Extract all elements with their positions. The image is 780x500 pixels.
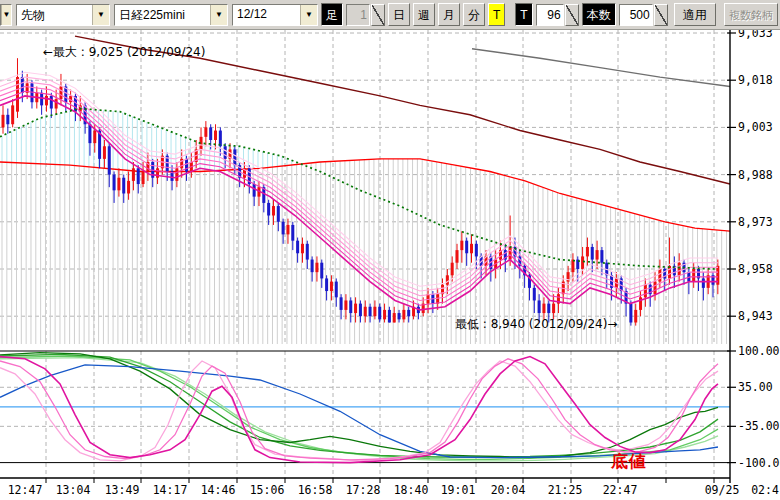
- green-ma-layer: [0, 109, 715, 270]
- bar-count-spinner[interactable]: [654, 4, 668, 26]
- time-axis-label: 14:17: [153, 483, 188, 497]
- price-axis-label: 9,003: [738, 120, 773, 134]
- axes-layer: 9,0339,0189,0038,9888,9738,9588,943100.0…: [0, 26, 780, 497]
- tick-count-field[interactable]: 96: [536, 4, 564, 26]
- apply-button[interactable]: 適用: [674, 3, 716, 26]
- oscillator-series-blue: [0, 365, 718, 458]
- max-price-annotation: ←最大 : 9,025 (2012/09/24): [43, 44, 205, 61]
- ashi-interval-field: 1: [346, 4, 370, 26]
- price-chart-canvas[interactable]: 9,0339,0189,0038,9888,9738,9588,943100.0…: [0, 0, 780, 500]
- symbol-select[interactable]: 日経225mini ▼: [114, 4, 228, 26]
- time-axis-label: 12:47: [8, 483, 43, 497]
- price-axis-label: 9,018: [738, 73, 773, 87]
- time-axis-label: 20:04: [491, 483, 526, 497]
- oscillator-series-green-pale: [0, 358, 718, 461]
- price-axis-label: 8,973: [738, 215, 773, 229]
- price-axis-label: 8,988: [738, 168, 773, 182]
- oscillator-series-green-light: [0, 356, 718, 459]
- time-axis-label: 18:40: [394, 483, 429, 497]
- time-axis-label: 13:04: [56, 483, 91, 497]
- time-axis-label: 13:49: [105, 483, 140, 497]
- oscillator-axis-label: -35.00: [738, 419, 780, 433]
- minute-period-button[interactable]: 分: [463, 3, 485, 26]
- chevron-down-icon[interactable]: ▼: [210, 5, 227, 25]
- bar-count-button[interactable]: 本数: [582, 3, 616, 26]
- oscillator-axis-label: -100.00: [738, 456, 780, 470]
- price-axis-label: 8,958: [738, 262, 773, 276]
- oscillator-layer: [0, 351, 730, 463]
- instrument-type-value: 先物: [17, 5, 92, 25]
- time-axis-label: 14:46: [201, 483, 236, 497]
- day-period-button[interactable]: 日: [388, 3, 410, 26]
- time-axis-label: 02:4: [751, 483, 779, 497]
- tick-period-button[interactable]: T: [488, 3, 505, 26]
- ashi-mode-button[interactable]: 足: [321, 3, 343, 26]
- month-period-button[interactable]: 月: [438, 3, 460, 26]
- bar-count-field[interactable]: 500: [619, 4, 653, 26]
- contract-month-value: 12/12: [233, 5, 300, 25]
- time-axis-label: 19:01: [441, 483, 476, 497]
- tick-count-spinner[interactable]: [565, 4, 579, 26]
- chevron-down-icon[interactable]: ▼: [1, 5, 11, 25]
- time-axis-label: 09/25: [705, 483, 740, 497]
- time-axis-label: 22:47: [603, 483, 638, 497]
- tick-count-button[interactable]: T: [515, 3, 532, 26]
- ashi-interval-spinner[interactable]: [371, 4, 385, 26]
- chart-app-window: ▼ 先物 ▼ 日経225mini ▼ 12/12 ▼ 足 1 日 週 月 分 T…: [0, 0, 780, 500]
- multi-symbol-button[interactable]: 複数銘柄: [724, 3, 778, 26]
- week-period-button[interactable]: 週: [413, 3, 435, 26]
- chevron-down-icon[interactable]: ▼: [300, 5, 317, 25]
- time-axis-label: 21:25: [548, 483, 583, 497]
- oscillator-axis-label: 100.00: [738, 344, 780, 358]
- price-axis-label: 8,943: [738, 309, 773, 323]
- oscillator-series-pink-pale: [0, 361, 718, 461]
- oscillator-series-green-dark: [0, 353, 718, 458]
- oscillator-axis-label: 35.00: [738, 380, 773, 394]
- chevron-down-icon[interactable]: ▼: [92, 5, 109, 25]
- symbol-value: 日経225mini: [115, 5, 210, 25]
- bottom-value-label: 底値: [611, 450, 647, 473]
- min-price-annotation: 最低 : 8,940 (2012/09/24)→: [455, 316, 617, 333]
- toolbar: ▼ 先物 ▼ 日経225mini ▼ 12/12 ▼ 足 1 日 週 月 分 T…: [0, 0, 780, 30]
- time-axis-label: 15:06: [250, 483, 285, 497]
- time-axis-label: 17:28: [346, 483, 381, 497]
- contract-month-select[interactable]: 12/12 ▼: [232, 4, 318, 26]
- instrument-type-select[interactable]: 先物 ▼: [16, 4, 110, 26]
- oscillator-series-pink: [0, 359, 718, 460]
- time-axis-label: 16:58: [298, 483, 333, 497]
- edge-combo[interactable]: ▼: [0, 4, 12, 26]
